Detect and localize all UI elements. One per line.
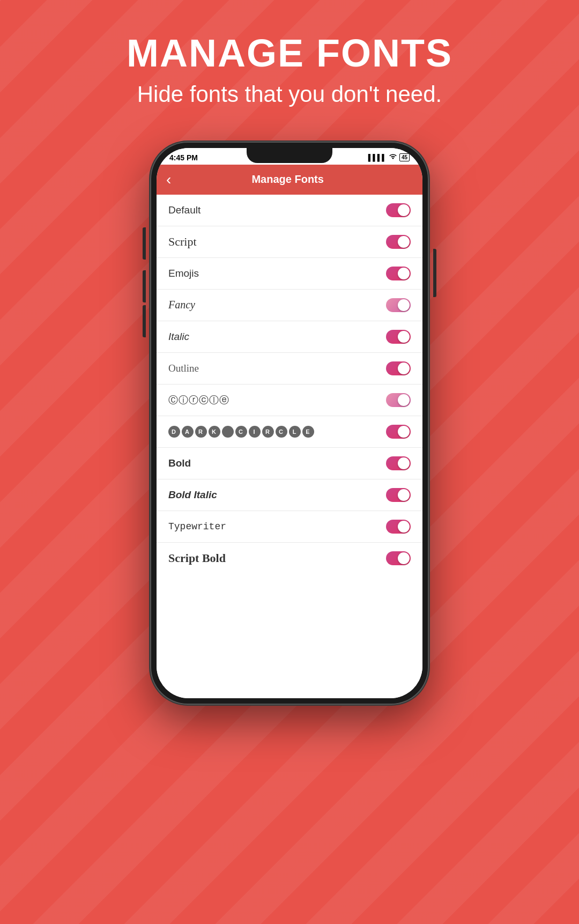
page-subtitle: Hide fonts that you don't need. (127, 80, 452, 109)
font-toggle[interactable] (386, 488, 411, 502)
page-title: MANAGE FONTS (127, 32, 452, 75)
font-name: Script (168, 235, 197, 249)
font-name: Typewriter (168, 521, 226, 532)
phone-mockup: 4:45 PM ▌▌▌▌ 45 (150, 142, 429, 705)
status-icons: ▌▌▌▌ 45 (368, 153, 410, 161)
font-name: Fancy (168, 299, 195, 311)
list-item: Script Bold (157, 543, 422, 574)
font-name: Bold (168, 457, 191, 469)
font-name: Default (168, 204, 201, 216)
list-item: Bold (157, 448, 422, 479)
font-name: Emojis (168, 268, 199, 279)
font-toggle[interactable] (386, 267, 411, 280)
list-item: Ⓒⓘⓡⓒⓛⓔ (157, 385, 422, 416)
list-item: DARK CIRCLE (157, 416, 422, 448)
font-toggle[interactable] (386, 551, 411, 565)
list-item: Fancy (157, 290, 422, 321)
list-item: Outline (157, 353, 422, 385)
nav-bar: ‹ Manage Fonts (157, 165, 422, 195)
font-toggle[interactable] (386, 330, 411, 344)
font-name: Script Bold (168, 551, 226, 565)
list-item: Default (157, 195, 422, 226)
font-name: DARK CIRCLE (168, 426, 314, 438)
font-name: Italic (168, 331, 189, 343)
list-item: Emojis (157, 258, 422, 290)
font-name: Ⓒⓘⓡⓒⓛⓔ (168, 394, 229, 406)
font-toggle[interactable] (386, 393, 411, 407)
font-toggle[interactable] (386, 456, 411, 470)
font-toggle[interactable] (386, 425, 411, 439)
list-item: Italic (157, 321, 422, 353)
status-time: 4:45 PM (169, 153, 198, 162)
font-list: Default Script Emojis Fancy (157, 195, 422, 698)
font-toggle[interactable] (386, 361, 411, 375)
wifi-icon (389, 153, 397, 161)
back-button[interactable]: ‹ (166, 171, 171, 188)
font-toggle[interactable] (386, 235, 411, 249)
list-item: Bold Italic (157, 479, 422, 511)
app-screen: 4:45 PM ▌▌▌▌ 45 (157, 148, 422, 698)
font-name: Bold Italic (168, 489, 217, 501)
phone-frame: 4:45 PM ▌▌▌▌ 45 (150, 142, 429, 705)
battery-icon: 45 (399, 153, 410, 161)
phone-notch (247, 148, 332, 163)
header-section: MANAGE FONTS Hide fonts that you don't n… (105, 0, 474, 131)
signal-icon: ▌▌▌▌ (368, 154, 387, 161)
font-name: Outline (168, 363, 199, 374)
font-toggle[interactable] (386, 520, 411, 534)
font-toggle[interactable] (386, 298, 411, 312)
nav-title: Manage Fonts (179, 173, 397, 186)
list-item: Script (157, 226, 422, 258)
list-item: Typewriter (157, 511, 422, 543)
phone-screen: 4:45 PM ▌▌▌▌ 45 (157, 148, 422, 698)
font-toggle[interactable] (386, 203, 411, 217)
